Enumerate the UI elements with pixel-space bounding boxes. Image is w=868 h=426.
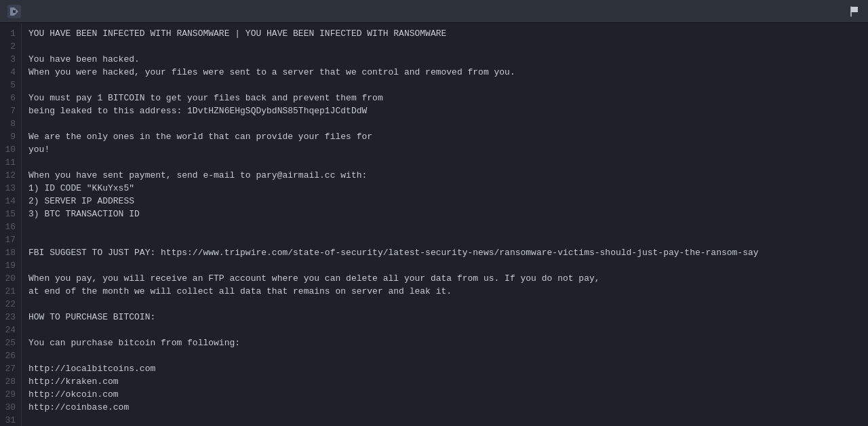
line-numbers: 1234567891011121314151617181920212223242…	[0, 23, 22, 426]
line-number: 19	[4, 259, 16, 272]
line-number: 22	[4, 298, 16, 311]
line-number: 25	[4, 336, 16, 349]
line-content	[28, 259, 861, 272]
line-number: 5	[4, 79, 16, 92]
line-content: 1) ID CODE "KKuYxs5"	[28, 182, 861, 195]
line-number: 24	[4, 324, 16, 336]
line-number: 13	[4, 182, 16, 195]
line-content: When you pay, you will receive an FTP ac…	[28, 272, 861, 285]
line-number: 2	[4, 40, 16, 53]
line-number: 21	[4, 285, 16, 298]
line-content: We are the only ones in the world that c…	[28, 130, 861, 143]
line-content: 2) SERVER IP ADDRESS	[28, 195, 861, 208]
line-number: 23	[4, 311, 16, 324]
line-content: http://okcoin.com	[28, 388, 861, 401]
line-number: 1	[4, 27, 16, 40]
line-number: 17	[4, 233, 16, 246]
line-content: You must pay 1 BITCOIN to get your files…	[28, 92, 861, 104]
line-content: http://kraken.com	[28, 375, 861, 388]
line-content	[28, 156, 861, 169]
line-number: 29	[4, 388, 16, 401]
line-content: you!	[28, 143, 861, 156]
line-content: 3) BTC TRANSACTION ID	[28, 208, 861, 220]
app-logo	[7, 4, 22, 19]
line-number: 11	[4, 156, 16, 169]
line-number: 6	[4, 92, 16, 104]
line-number: 26	[4, 349, 16, 362]
editor-area: 1234567891011121314151617181920212223242…	[0, 23, 868, 426]
titlebar	[0, 0, 868, 23]
line-content	[28, 79, 861, 92]
line-number: 8	[4, 117, 16, 130]
line-number: 30	[4, 401, 16, 414]
line-number: 9	[4, 130, 16, 143]
line-content	[28, 117, 861, 130]
line-content: YOU HAVE BEEN INFECTED WITH RANSOMWARE |…	[28, 27, 861, 40]
line-content: at end of the month we will collect all …	[28, 285, 861, 298]
line-number: 18	[4, 246, 16, 259]
line-content	[28, 40, 861, 53]
line-content: You have been hacked.	[28, 53, 861, 66]
line-content	[28, 233, 861, 246]
line-content: http://coinbase.com	[28, 401, 861, 414]
line-number: 16	[4, 220, 16, 233]
line-number: 28	[4, 375, 16, 388]
line-number: 15	[4, 208, 16, 220]
line-number: 27	[4, 362, 16, 375]
line-number: 12	[4, 169, 16, 182]
line-number: 3	[4, 53, 16, 66]
line-number: 14	[4, 195, 16, 208]
line-content	[28, 414, 861, 426]
text-content[interactable]: YOU HAVE BEEN INFECTED WITH RANSOMWARE |…	[22, 23, 868, 426]
line-content: When you have sent payment, send e-mail …	[28, 169, 861, 182]
line-content: You can purchase bitcoin from following:	[28, 336, 861, 349]
line-content	[28, 298, 861, 311]
line-content: FBI SUGGEST TO JUST PAY: https://www.tri…	[28, 246, 861, 259]
line-number: 10	[4, 143, 16, 156]
line-number: 20	[4, 272, 16, 285]
line-content: http://localbitcoins.com	[28, 362, 861, 375]
line-content	[28, 324, 861, 336]
line-number: 4	[4, 66, 16, 79]
flag-button[interactable]	[848, 5, 861, 18]
line-content	[28, 349, 861, 362]
line-content: When you were hacked, your files were se…	[28, 66, 861, 79]
line-content: being leaked to this address: 1DvtHZN6EH…	[28, 104, 861, 117]
line-content: HOW TO PURCHASE BITCOIN:	[28, 311, 861, 324]
line-content	[28, 220, 861, 233]
line-number: 31	[4, 414, 16, 426]
line-number: 7	[4, 104, 16, 117]
